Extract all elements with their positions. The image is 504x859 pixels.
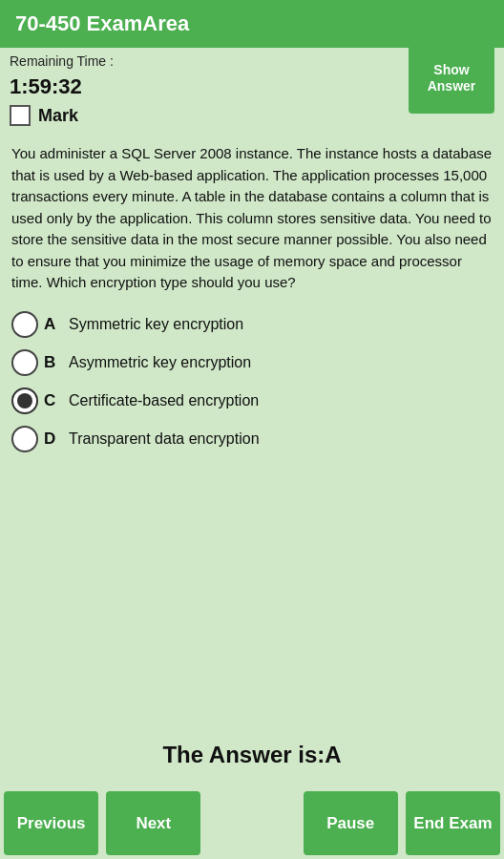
options-area: ASymmetric key encryptionBAsymmetric key…	[0, 304, 504, 471]
answer-text: The Answer is:A	[162, 742, 341, 768]
option-text-b: Asymmetric key encryption	[69, 354, 251, 371]
option-row-d[interactable]: DTransparent data encryption	[11, 426, 493, 452]
option-letter-a: A	[44, 315, 65, 334]
previous-button[interactable]: Previous	[4, 791, 98, 855]
end-exam-button[interactable]: End Exam	[406, 791, 500, 855]
show-answer-button[interactable]: Show Answer	[409, 42, 494, 114]
radio-inner-c	[17, 393, 32, 409]
app-title: 70-450 ExamArea	[15, 11, 189, 35]
option-text-d: Transparent data encryption	[69, 430, 260, 448]
option-text-c: Certificate-based encryption	[69, 392, 259, 409]
mark-label: Mark	[38, 106, 78, 126]
option-letter-d: D	[44, 430, 65, 449]
app-header: 70-450 ExamArea	[0, 0, 504, 48]
option-row-a[interactable]: ASymmetric key encryption	[11, 311, 493, 338]
nav-spacer	[204, 787, 299, 859]
option-text-a: Symmetric key encryption	[69, 316, 243, 333]
radio-b[interactable]	[11, 349, 38, 376]
controls-row: 1:59:32 Show Answer	[0, 71, 504, 103]
pause-button[interactable]: Pause	[304, 791, 398, 855]
mark-checkbox[interactable]	[10, 105, 31, 126]
option-row-c[interactable]: CCertificate-based encryption	[11, 388, 493, 414]
bottom-nav: Previous Next Pause End Exam	[0, 787, 504, 859]
option-letter-c: C	[44, 391, 65, 410]
radio-c[interactable]	[11, 388, 38, 414]
remaining-label: Remaining Time :	[10, 53, 114, 69]
question-text: You administer a SQL Server 2008 instanc…	[0, 134, 504, 304]
radio-d[interactable]	[11, 426, 38, 452]
next-button[interactable]: Next	[106, 791, 200, 855]
radio-a[interactable]	[11, 311, 38, 338]
option-letter-b: B	[44, 353, 65, 372]
answer-area: The Answer is:A	[0, 471, 504, 788]
option-row-b[interactable]: BAsymmetric key encryption	[11, 349, 493, 376]
